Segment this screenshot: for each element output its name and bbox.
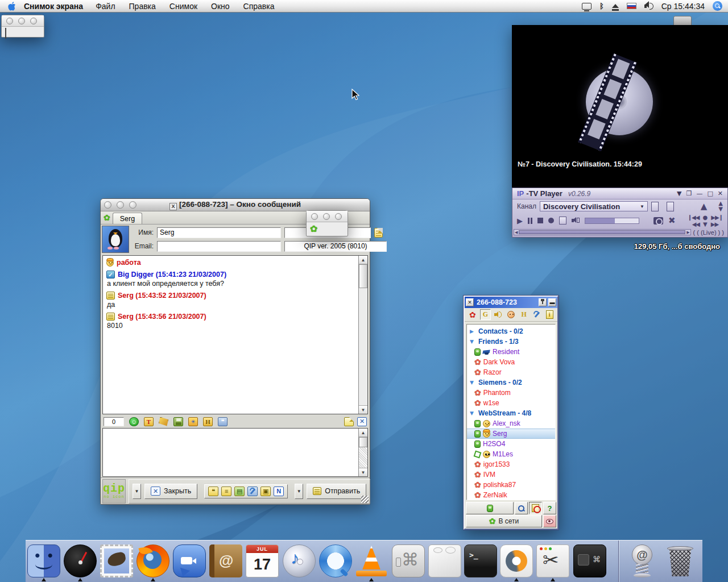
contact-row[interactable]: ✿IVM — [467, 469, 555, 480]
scroll-down-icon[interactable]: ▼ — [359, 405, 367, 414]
contact-row[interactable]: ✿Dark Vova — [467, 357, 555, 367]
invisible-mode-button[interactable] — [543, 515, 556, 527]
apple-menu[interactable] — [6, 2, 18, 11]
contact-row[interactable]: ✿igor1533 — [467, 459, 555, 469]
save-icon[interactable] — [173, 417, 183, 426]
message-history[interactable]: работа ✓Big Digger (15:41:23 21/03/2007)… — [102, 255, 368, 414]
contact-list-area[interactable]: ▶Contacts - 0/2 ▼Friends - 1/3 Resident … — [466, 324, 556, 500]
select-card-icon[interactable]: ▤ — [234, 487, 245, 496]
close-icon[interactable] — [311, 213, 318, 220]
contact-row[interactable]: Resident — [467, 347, 555, 357]
close-tab-icon[interactable]: ✕ — [357, 417, 367, 426]
dock-address-book[interactable]: @ — [209, 544, 242, 577]
menu-help[interactable]: Справка — [243, 2, 275, 11]
chat-titlebar[interactable]: X[266-088-723] – Окно сообщений — [101, 199, 370, 211]
updown-icon[interactable]: ▲▼ — [718, 201, 723, 212]
scroll-thumb[interactable] — [359, 437, 367, 447]
quote-icon[interactable]: ❝ — [218, 417, 228, 426]
record-icon[interactable] — [548, 218, 554, 223]
menu-edit[interactable]: Правка — [129, 2, 156, 11]
history-icon[interactable]: H — [203, 417, 213, 426]
chevron-right-icon[interactable]: ▶ — [470, 329, 475, 334]
autosave-folder-icon[interactable]: ✳ — [188, 417, 198, 426]
chevron-down-icon[interactable]: ▼ — [470, 339, 475, 344]
minimize-icon[interactable]: ▬ — [548, 298, 556, 306]
channel-select[interactable]: Discovery Civilisation ▼ — [540, 201, 648, 211]
zoom-icon[interactable] — [335, 213, 342, 220]
email-field[interactable] — [157, 241, 281, 252]
mascot-button[interactable] — [466, 502, 514, 514]
contact-row[interactable]: ✿w1se — [467, 398, 555, 408]
menu-capture[interactable]: Снимок — [169, 2, 197, 11]
highlight-icon[interactable] — [159, 417, 168, 426]
notes-icon[interactable]: N — [274, 487, 284, 496]
blocked-notes-button[interactable] — [529, 502, 542, 514]
seek-thumb[interactable] — [519, 230, 685, 234]
font-icon[interactable]: T — [144, 417, 154, 426]
forward-icon[interactable]: ▶▶ — [711, 221, 718, 227]
compact-icon[interactable]: ❒ — [686, 190, 692, 197]
group-contacts[interactable]: ▶Contacts - 0/2 — [467, 326, 555, 336]
settings-icon[interactable] — [531, 309, 543, 320]
contact-row[interactable]: ✿ZerNalk — [467, 490, 555, 500]
new-note-icon[interactable] — [344, 417, 354, 426]
contactlist-titlebar[interactable]: ✕ 266-088-723 ▬ — [465, 297, 557, 308]
menu-file[interactable]: Файл — [96, 2, 115, 11]
tab-serg[interactable]: Serg — [113, 213, 142, 224]
recent-icon[interactable]: ▣ — [260, 487, 271, 496]
status-flower-icon[interactable]: ✿ — [467, 309, 478, 320]
center-icon[interactable]: ● — [703, 214, 708, 221]
message-input[interactable]: ▲ ▼ — [102, 428, 368, 477]
grab-mini-palette[interactable] — [1, 15, 44, 38]
pin-icon[interactable] — [539, 298, 547, 306]
minimize-icon[interactable] — [323, 213, 330, 220]
dock-firefox[interactable] — [136, 544, 169, 577]
close-icon[interactable]: ✕ — [466, 298, 474, 306]
dock-package[interactable] — [428, 544, 461, 577]
user-info-icon[interactable] — [374, 228, 383, 238]
online-status-button[interactable]: ✿В сети — [466, 515, 542, 527]
dock-mail[interactable] — [100, 544, 133, 577]
close-icon[interactable]: ✕ — [718, 190, 723, 197]
next-track-icon[interactable]: ▶▶❙ — [711, 214, 723, 221]
minimize-icon[interactable]: — — [696, 190, 702, 197]
bluetooth-icon[interactable]: ᛒ — [599, 2, 604, 10]
pause-icon[interactable] — [528, 218, 532, 224]
maximize-icon[interactable]: □ — [707, 190, 713, 197]
capture-icon[interactable] — [653, 217, 663, 225]
dock-mail-spring-alias[interactable]: @ — [626, 544, 659, 577]
input-text-field[interactable] — [103, 429, 358, 476]
smileys-icon[interactable]: ☺ — [129, 417, 139, 426]
play-icon[interactable]: ▶ — [517, 217, 523, 225]
wrench-icon[interactable] — [247, 487, 258, 496]
dock-dashboard[interactable] — [64, 544, 97, 577]
input-scrollbar[interactable]: ▲ ▼ — [358, 429, 367, 476]
spotlight-icon[interactable] — [713, 1, 722, 11]
dropdown-icon[interactable]: ▼ — [677, 190, 681, 197]
channel-up-icon[interactable]: ▲ — [701, 202, 708, 211]
palette-titlebar[interactable] — [2, 15, 44, 27]
display-icon[interactable] — [582, 3, 592, 10]
dock-quicktime[interactable] — [319, 544, 352, 577]
scroll-up-icon[interactable]: ▲ — [359, 256, 367, 264]
resize-grip[interactable] — [361, 496, 369, 503]
iptv-video-area[interactable]: №7 - Discovery Civilisation. 15:44:29 — [512, 25, 728, 188]
qip-mini-palette[interactable]: ✿ — [306, 210, 348, 236]
mute-icon[interactable] — [559, 217, 566, 225]
scroll-up-icon[interactable]: ▲ — [359, 429, 367, 437]
menu-clock[interactable]: Ср 15:44:34 — [661, 2, 705, 11]
history-icon[interactable]: H — [518, 309, 530, 320]
dock-trash[interactable] — [664, 544, 697, 577]
send-options-dropdown-icon[interactable]: ▼ — [295, 484, 303, 499]
dock-vlc[interactable] — [355, 544, 388, 577]
quote-card-icon[interactable]: ❝ — [208, 487, 218, 496]
send-button[interactable]: Отправить — [307, 484, 366, 499]
dock-itunes[interactable]: ♪ — [283, 544, 316, 577]
contact-row[interactable]: H2SO4 — [467, 439, 555, 449]
group-siemens[interactable]: ▼Siemens - 0/2 — [467, 377, 555, 388]
chevron-down-icon[interactable]: ▼ — [470, 410, 475, 416]
playlist-icon[interactable] — [651, 202, 659, 211]
stop-icon[interactable] — [537, 218, 543, 223]
search-add-button[interactable] — [515, 502, 528, 514]
groups-icon[interactable]: G — [480, 309, 491, 320]
